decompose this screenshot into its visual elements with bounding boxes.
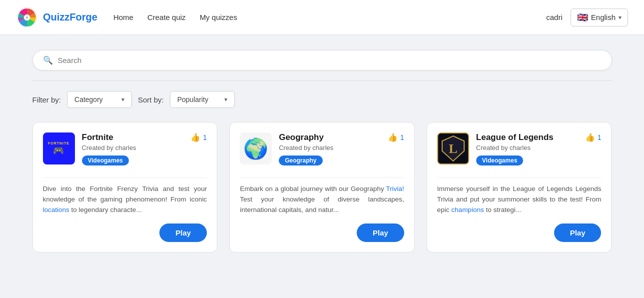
category-dropdown[interactable]: Category ▾ xyxy=(67,91,132,108)
card-geography-divider xyxy=(240,178,404,178)
card-lol-desc: Immerse yourself in the League of Legend… xyxy=(437,184,602,216)
category-chevron-icon: ▾ xyxy=(121,96,124,103)
navbar: QuizzForge Home Create quiz My quizzes c… xyxy=(0,0,644,35)
language-selector[interactable]: 🇬🇧 English ▾ xyxy=(571,8,628,26)
lol-logo-icon: L xyxy=(438,134,468,164)
card-lol-play-button[interactable]: Play xyxy=(554,224,602,242)
sort-by-label: Sort by: xyxy=(138,96,164,104)
fortnite-thumbnail: FORTNITE 🎮 xyxy=(43,132,75,164)
card-geography-desc: Embark on a global journey with our Geog… xyxy=(240,184,404,216)
lol-like-count: 1 xyxy=(598,134,602,142)
card-lol-thumb: L xyxy=(437,132,469,164)
card-geography: 🌍 Geography Created by charles Geography… xyxy=(229,122,415,252)
card-geography-author: Created by charles xyxy=(279,144,381,152)
search-bar: 🔍 xyxy=(32,50,612,70)
card-lol-divider xyxy=(437,178,602,178)
card-geography-badge: Geography xyxy=(279,156,322,166)
fortnite-like-count: 1 xyxy=(203,134,207,142)
card-geography-play-button[interactable]: Play xyxy=(357,224,404,242)
nav-right: cadri 🇬🇧 English ▾ xyxy=(546,8,628,26)
category-label: Category xyxy=(74,96,103,104)
like-icon-geo: 👍 xyxy=(388,132,398,142)
card-fortnite-divider xyxy=(43,178,207,178)
card-geography-likes: 👍 1 xyxy=(388,132,404,142)
card-fortnite-thumb: FORTNITE 🎮 xyxy=(43,132,75,164)
brand-name: QuizzForge xyxy=(43,12,97,23)
language-label: English xyxy=(591,13,616,22)
popularity-label: Popularity xyxy=(177,96,208,104)
search-icon: 🔍 xyxy=(43,56,53,65)
filter-by-label: Filter by: xyxy=(32,96,61,104)
brand-logo[interactable]: QuizzForge xyxy=(16,6,97,28)
logo-icon xyxy=(16,6,38,28)
card-lol: L League of Legends Created by charles V… xyxy=(427,122,612,252)
card-geography-header: 🌍 Geography Created by charles Geography… xyxy=(240,132,404,166)
card-fortnite-title: Fortnite xyxy=(82,132,184,142)
main-content: 🔍 Filter by: Category ▾ Sort by: Popular… xyxy=(22,35,622,268)
sort-dropdown[interactable]: Popularity ▾ xyxy=(170,91,235,108)
card-fortnite-play-button[interactable]: Play xyxy=(159,224,207,242)
card-geography-title: Geography xyxy=(279,132,381,142)
nav-my-quizzes[interactable]: My quizzes xyxy=(200,13,237,22)
card-lol-badge: Videogames xyxy=(476,156,523,166)
geography-like-count: 1 xyxy=(400,134,404,142)
card-lol-author: Created by charles xyxy=(476,144,578,152)
like-icon-lol: 👍 xyxy=(585,132,595,142)
search-input[interactable] xyxy=(58,56,602,64)
card-fortnite-desc: Dive into the Fortnite Frenzy Trivia and… xyxy=(43,184,207,216)
cards-grid: FORTNITE 🎮 Fortnite Created by charles V… xyxy=(32,122,612,252)
card-geography-thumb: 🌍 xyxy=(240,132,272,164)
svg-point-2 xyxy=(26,16,28,18)
card-fortnite-likes: 👍 1 xyxy=(190,132,207,142)
sort-chevron-icon: ▾ xyxy=(224,96,227,103)
svg-text:L: L xyxy=(449,142,457,156)
like-icon: 👍 xyxy=(190,132,200,142)
user-name: cadri xyxy=(546,13,563,22)
card-lol-likes: 👍 1 xyxy=(585,132,602,142)
card-fortnite-header: FORTNITE 🎮 Fortnite Created by charles V… xyxy=(43,132,207,166)
flag-icon: 🇬🇧 xyxy=(577,12,588,23)
card-geography-meta: Geography Created by charles Geography xyxy=(279,132,381,166)
divider xyxy=(32,80,612,81)
card-fortnite: FORTNITE 🎮 Fortnite Created by charles V… xyxy=(32,122,218,252)
nav-create-quiz[interactable]: Create quiz xyxy=(147,13,186,22)
filter-bar: Filter by: Category ▾ Sort by: Popularit… xyxy=(32,91,612,108)
chevron-down-icon: ▾ xyxy=(619,14,622,21)
card-lol-title: League of Legends xyxy=(476,132,578,142)
card-fortnite-meta: Fortnite Created by charles Videogames xyxy=(82,132,184,166)
nav-links: Home Create quiz My quizzes xyxy=(113,13,530,22)
card-fortnite-badge: Videogames xyxy=(82,156,129,166)
card-lol-header: L League of Legends Created by charles V… xyxy=(437,132,602,166)
card-lol-meta: League of Legends Created by charles Vid… xyxy=(476,132,578,166)
nav-home[interactable]: Home xyxy=(113,13,133,22)
card-fortnite-author: Created by charles xyxy=(82,144,184,152)
